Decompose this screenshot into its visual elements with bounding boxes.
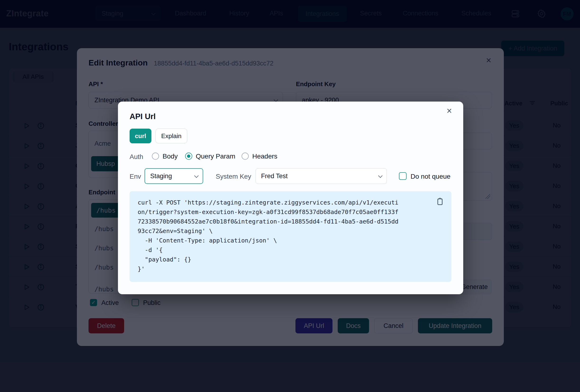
curl-code-block: curl -X POST 'https://staging.zintegrate… bbox=[130, 191, 451, 282]
do-not-queue-label[interactable]: Do not queue bbox=[411, 173, 450, 180]
auth-radio-body-label[interactable]: Body bbox=[162, 152, 178, 160]
system-key-select-value: Fred Test bbox=[261, 172, 288, 180]
auth-radio-headers-label[interactable]: Headers bbox=[252, 152, 278, 160]
curl-command-text: curl -X POST 'https://staging.zintegrate… bbox=[138, 198, 443, 274]
close-icon[interactable]: × bbox=[447, 106, 452, 115]
explain-tab[interactable]: Explain bbox=[155, 129, 187, 143]
system-key-label: System Key bbox=[216, 173, 251, 180]
env-label: Env bbox=[130, 173, 141, 180]
api-url-modal-title: API Url bbox=[130, 112, 156, 121]
chevron-down-icon bbox=[378, 173, 382, 178]
api-url-modal: × API Url curl Explain Auth Body Query P… bbox=[118, 102, 463, 294]
auth-radio-query-param-label[interactable]: Query Param bbox=[196, 152, 235, 160]
auth-label: Auth bbox=[130, 153, 143, 161]
do-not-queue-checkbox[interactable] bbox=[399, 172, 407, 180]
env-select[interactable]: Staging bbox=[145, 168, 203, 184]
system-key-select[interactable]: Fred Test bbox=[256, 168, 387, 184]
copy-icon[interactable] bbox=[436, 197, 444, 206]
curl-tab[interactable]: curl bbox=[130, 129, 151, 143]
auth-radio-query-param[interactable] bbox=[185, 152, 192, 160]
auth-radio-body[interactable] bbox=[152, 152, 159, 160]
auth-radio-headers[interactable] bbox=[242, 152, 249, 160]
env-select-value: Staging bbox=[150, 172, 172, 180]
chevron-down-icon bbox=[194, 173, 198, 178]
